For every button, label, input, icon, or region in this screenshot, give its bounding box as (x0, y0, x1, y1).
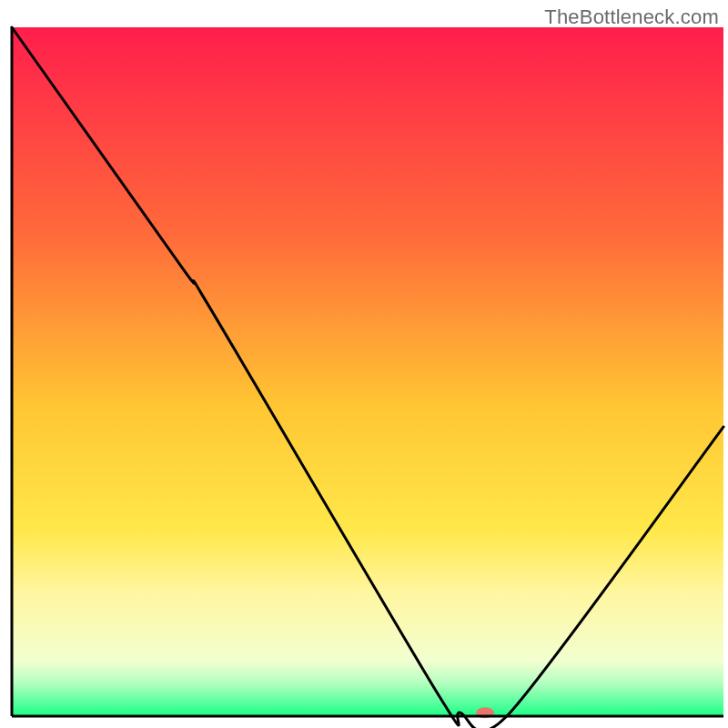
plot-area (12, 27, 723, 728)
watermark-label: TheBottleneck.com (544, 5, 719, 29)
gradient-background (12, 27, 723, 716)
bottleneck-chart (0, 0, 728, 728)
chart-stage: TheBottleneck.com (0, 0, 728, 728)
